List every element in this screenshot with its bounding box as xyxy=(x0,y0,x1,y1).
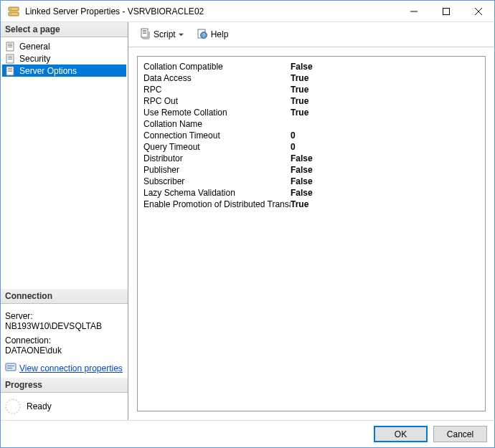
property-row[interactable]: Use Remote CollationTrue xyxy=(143,107,485,118)
svg-rect-21 xyxy=(7,366,14,366)
property-value[interactable]: False xyxy=(291,165,313,175)
connection-label: Connection: xyxy=(5,335,123,345)
property-label: Subscriber xyxy=(143,176,291,186)
help-icon: ? xyxy=(197,28,208,42)
window-title: Linked Server Properties - VSRVBIORACLE0… xyxy=(22,6,397,16)
properties-icon xyxy=(5,361,16,375)
progress-header: Progress xyxy=(1,378,128,393)
nav-item-security[interactable]: Security xyxy=(2,52,126,65)
property-row[interactable]: Lazy Schema ValidationFalse xyxy=(143,187,485,199)
svg-rect-9 xyxy=(8,44,12,44)
svg-text:?: ? xyxy=(202,33,205,38)
dropdown-caret-icon xyxy=(179,29,184,39)
property-value[interactable]: 0 xyxy=(291,142,296,152)
svg-rect-1 xyxy=(9,12,19,16)
property-row[interactable]: Data AccessTrue xyxy=(143,72,485,84)
toolbar: Script ? Help xyxy=(128,22,494,47)
minimize-button[interactable] xyxy=(397,1,430,22)
property-label: RPC xyxy=(143,85,291,95)
property-row[interactable]: RPCTrue xyxy=(143,84,485,95)
property-value[interactable]: False xyxy=(291,62,313,72)
property-value[interactable]: 0 xyxy=(291,130,296,140)
server-label: Server: xyxy=(5,311,123,321)
svg-rect-5 xyxy=(443,8,449,14)
help-button[interactable]: ? Help xyxy=(192,26,234,43)
svg-rect-20 xyxy=(6,363,16,371)
property-value[interactable]: False xyxy=(291,176,313,186)
property-row[interactable]: PublisherFalse xyxy=(143,164,485,176)
property-label: Collation Name xyxy=(143,119,291,129)
property-value[interactable]: True xyxy=(291,96,308,106)
property-value[interactable]: True xyxy=(291,85,308,95)
help-label: Help xyxy=(211,29,229,39)
server-value: NB193W10\DEVSQLTAB xyxy=(5,321,123,331)
ok-button[interactable]: OK xyxy=(374,426,428,442)
script-button[interactable]: Script xyxy=(134,26,189,43)
property-row[interactable]: Query Timeout0 xyxy=(143,141,485,153)
property-label: Enable Promotion of Distributed Transact… xyxy=(143,199,291,209)
content-area: Select a page General Security xyxy=(1,22,494,420)
maximize-button[interactable] xyxy=(430,1,462,22)
nav-item-label: Security xyxy=(19,54,50,64)
close-button[interactable] xyxy=(462,1,494,22)
footer: OK Cancel xyxy=(1,420,494,447)
property-row[interactable]: Collation Name xyxy=(143,118,485,130)
property-label: Data Access xyxy=(143,73,291,83)
connection-value: DATAONE\duk xyxy=(5,345,123,356)
property-label: Use Remote Collation xyxy=(143,108,291,118)
script-icon xyxy=(139,28,151,42)
property-value[interactable]: False xyxy=(291,153,313,163)
nav-item-label: General xyxy=(19,42,50,52)
nav-item-label: Server Options xyxy=(19,66,77,76)
main-inner: Collation CompatibleFalse Data AccessTru… xyxy=(128,47,494,420)
property-label: Distributor xyxy=(143,153,291,163)
progress-block: Ready xyxy=(1,393,128,420)
app-icon xyxy=(5,4,22,19)
property-row[interactable]: Enable Promotion of Distributed Transact… xyxy=(143,199,485,210)
page-icon xyxy=(5,41,16,52)
property-label: RPC Out xyxy=(143,96,291,106)
property-label: Lazy Schema Validation xyxy=(143,188,291,198)
property-label: Publisher xyxy=(143,165,291,175)
properties-grid[interactable]: Collation CompatibleFalse Data AccessTru… xyxy=(137,56,486,411)
svg-rect-25 xyxy=(143,32,146,32)
view-connection-properties-link[interactable]: View connection properties xyxy=(19,363,123,373)
svg-rect-19 xyxy=(8,71,12,72)
svg-rect-11 xyxy=(8,47,12,47)
progress-status: Ready xyxy=(27,401,52,411)
svg-rect-14 xyxy=(8,57,12,58)
svg-rect-15 xyxy=(8,59,12,59)
property-row[interactable]: RPC OutTrue xyxy=(143,95,485,107)
property-value[interactable]: True xyxy=(291,108,308,118)
window-controls xyxy=(397,1,494,22)
property-label: Query Timeout xyxy=(143,142,291,152)
page-icon xyxy=(5,65,16,77)
svg-rect-24 xyxy=(143,30,146,31)
dialog-window: Linked Server Properties - VSRVBIORACLE0… xyxy=(0,0,495,448)
property-row[interactable]: Connection Timeout0 xyxy=(143,130,485,141)
property-label: Collation Compatible xyxy=(143,62,291,72)
property-value[interactable]: True xyxy=(291,199,308,209)
connection-header: Connection xyxy=(1,289,128,304)
svg-point-2 xyxy=(10,8,11,9)
titlebar: Linked Server Properties - VSRVBIORACLE0… xyxy=(1,1,494,22)
property-label: Connection Timeout xyxy=(143,130,291,140)
cancel-button[interactable]: Cancel xyxy=(433,426,487,442)
page-list: General Security Server Options xyxy=(1,37,128,80)
svg-rect-17 xyxy=(8,68,12,69)
svg-rect-10 xyxy=(8,45,12,46)
sidebar: Select a page General Security xyxy=(1,22,128,420)
nav-item-server-options[interactable]: Server Options xyxy=(2,65,126,77)
svg-rect-26 xyxy=(143,33,146,34)
property-row[interactable]: DistributorFalse xyxy=(143,153,485,164)
svg-rect-18 xyxy=(8,70,12,70)
property-row[interactable]: SubscriberFalse xyxy=(143,176,485,187)
property-value[interactable]: False xyxy=(291,188,313,198)
connection-block: Server: NB193W10\DEVSQLTAB Connection: D… xyxy=(1,304,128,378)
nav-item-general[interactable]: General xyxy=(2,40,126,52)
spinner-icon xyxy=(5,399,21,414)
svg-rect-22 xyxy=(7,368,12,368)
property-value[interactable]: True xyxy=(291,73,308,83)
select-page-header: Select a page xyxy=(1,22,128,37)
property-row[interactable]: Collation CompatibleFalse xyxy=(143,61,485,72)
